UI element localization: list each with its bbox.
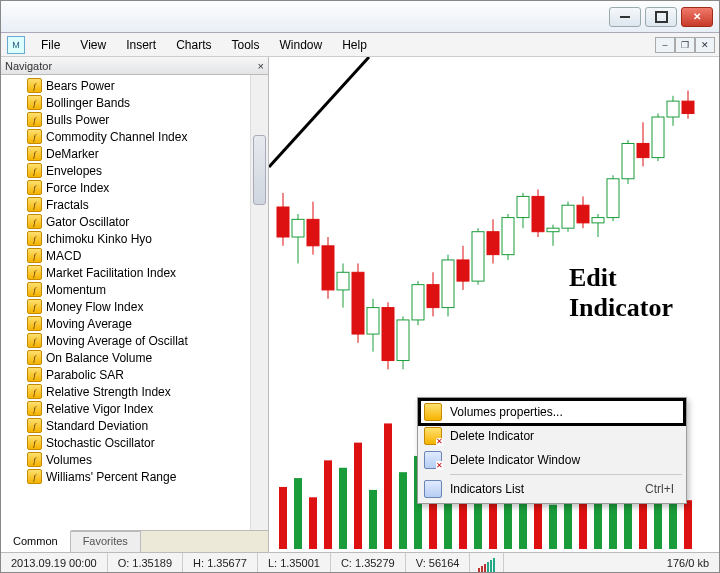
menu-label: Volumes properties... (450, 405, 563, 419)
indicator-icon: f (27, 129, 42, 144)
indicator-icon: f (27, 163, 42, 178)
menu-label: Indicators List (450, 482, 524, 496)
menu-volumes-properties[interactable]: Volumes properties... (420, 400, 684, 424)
indicator-icon: f (27, 112, 42, 127)
menu-tools[interactable]: Tools (222, 35, 270, 55)
mdi-restore-button[interactable]: ❐ (675, 37, 695, 53)
indicator-item[interactable]: fWilliams' Percent Range (3, 468, 250, 485)
scrollbar-thumb[interactable] (253, 135, 266, 205)
indicator-item[interactable]: fBears Power (3, 77, 250, 94)
indicator-label: Stochastic Oscillator (46, 436, 155, 450)
mdi-controls: – ❐ ✕ (655, 37, 719, 53)
indicator-icon: f (27, 197, 42, 212)
indicator-item[interactable]: fEnvelopes (3, 162, 250, 179)
indicator-label: Envelopes (46, 164, 102, 178)
indicator-label: Bollinger Bands (46, 96, 130, 110)
status-high: H: 1.35677 (183, 553, 258, 572)
indicator-item[interactable]: fBollinger Bands (3, 94, 250, 111)
indicator-icon: f (27, 350, 42, 365)
indicator-label: DeMarker (46, 147, 99, 161)
indicator-icon: f (27, 231, 42, 246)
indicator-icon: f (27, 316, 42, 331)
indicator-item[interactable]: fIchimoku Kinko Hyo (3, 230, 250, 247)
indicator-item[interactable]: fMoney Flow Index (3, 298, 250, 315)
window-close-button[interactable] (681, 7, 713, 27)
mdi-minimize-button[interactable]: – (655, 37, 675, 53)
app-icon: M (7, 36, 25, 54)
window-maximize-button[interactable] (645, 7, 677, 27)
indicator-item[interactable]: fMomentum (3, 281, 250, 298)
menu-delete-indicator[interactable]: Delete Indicator (420, 424, 684, 448)
indicator-label: Bulls Power (46, 113, 109, 127)
status-close: C: 1.35279 (331, 553, 406, 572)
menu-file[interactable]: File (31, 35, 70, 55)
indicator-label: Volumes (46, 453, 92, 467)
indicator-icon: f (27, 146, 42, 161)
tab-common[interactable]: Common (1, 530, 71, 552)
menu-charts[interactable]: Charts (166, 35, 221, 55)
indicator-icon: f (27, 469, 42, 484)
navigator-scrollbar[interactable] (250, 75, 268, 530)
menu-label: Delete Indicator Window (450, 453, 580, 467)
menu-indicators-list[interactable]: Indicators List Ctrl+I (420, 477, 684, 501)
indicator-item[interactable]: fMarket Facilitation Index (3, 264, 250, 281)
indicator-item[interactable]: fOn Balance Volume (3, 349, 250, 366)
indicator-label: Ichimoku Kinko Hyo (46, 232, 152, 246)
menu-bar: M FileViewInsertChartsToolsWindowHelp – … (1, 33, 719, 57)
indicator-label: Money Flow Index (46, 300, 143, 314)
properties-icon (424, 403, 442, 421)
navigator-close-icon[interactable]: × (258, 60, 264, 72)
navigator-tree[interactable]: fBears PowerfBollinger BandsfBulls Power… (1, 75, 250, 530)
indicator-item[interactable]: fRelative Strength Index (3, 383, 250, 400)
tab-favorites[interactable]: Favorites (71, 531, 141, 552)
indicator-label: Force Index (46, 181, 109, 195)
status-open: O: 1.35189 (108, 553, 183, 572)
indicator-icon: f (27, 78, 42, 93)
indicator-item[interactable]: fMoving Average (3, 315, 250, 332)
indicator-label: Gator Oscillator (46, 215, 129, 229)
menu-shortcut: Ctrl+I (645, 482, 674, 496)
menu-delete-indicator-window[interactable]: Delete Indicator Window (420, 448, 684, 472)
menu-help[interactable]: Help (332, 35, 377, 55)
indicator-label: MACD (46, 249, 81, 263)
indicator-label: Parabolic SAR (46, 368, 124, 382)
indicator-item[interactable]: fStochastic Oscillator (3, 434, 250, 451)
indicator-item[interactable]: fGator Oscillator (3, 213, 250, 230)
indicator-item[interactable]: fMACD (3, 247, 250, 264)
indicators-list-icon (424, 480, 442, 498)
indicator-icon: f (27, 452, 42, 467)
chart-area[interactable]: Edit Indicator Volumes properties... Del… (269, 57, 719, 552)
menu-insert[interactable]: Insert (116, 35, 166, 55)
indicator-item[interactable]: fFractals (3, 196, 250, 213)
indicator-item[interactable]: fBulls Power (3, 111, 250, 128)
indicator-icon: f (27, 248, 42, 263)
indicator-item[interactable]: fRelative Vigor Index (3, 400, 250, 417)
indicator-icon: f (27, 265, 42, 280)
indicator-item[interactable]: fMoving Average of Oscillat (3, 332, 250, 349)
indicator-item[interactable]: fStandard Deviation (3, 417, 250, 434)
indicator-item[interactable]: fParabolic SAR (3, 366, 250, 383)
indicator-label: Momentum (46, 283, 106, 297)
indicator-item[interactable]: fCommodity Channel Index (3, 128, 250, 145)
status-bar: 2013.09.19 00:00 O: 1.35189 H: 1.35677 L… (1, 552, 719, 572)
window-titlebar (1, 1, 719, 33)
mdi-close-button[interactable]: ✕ (695, 37, 715, 53)
menu-view[interactable]: View (70, 35, 116, 55)
indicator-item[interactable]: fForce Index (3, 179, 250, 196)
indicator-label: Bears Power (46, 79, 115, 93)
indicator-label: Moving Average of Oscillat (46, 334, 188, 348)
indicator-icon: f (27, 95, 42, 110)
indicator-icon: f (27, 282, 42, 297)
indicator-icon: f (27, 384, 42, 399)
indicator-item[interactable]: fDeMarker (3, 145, 250, 162)
indicator-icon: f (27, 367, 42, 382)
indicator-label: Moving Average (46, 317, 132, 331)
window-minimize-button[interactable] (609, 7, 641, 27)
indicator-item[interactable]: fVolumes (3, 451, 250, 468)
indicator-label: Commodity Channel Index (46, 130, 187, 144)
status-network: 176/0 kb (657, 553, 719, 572)
navigator-header: Navigator × (1, 57, 268, 75)
status-volume: V: 56164 (406, 553, 471, 572)
menu-window[interactable]: Window (270, 35, 333, 55)
indicator-icon: f (27, 299, 42, 314)
